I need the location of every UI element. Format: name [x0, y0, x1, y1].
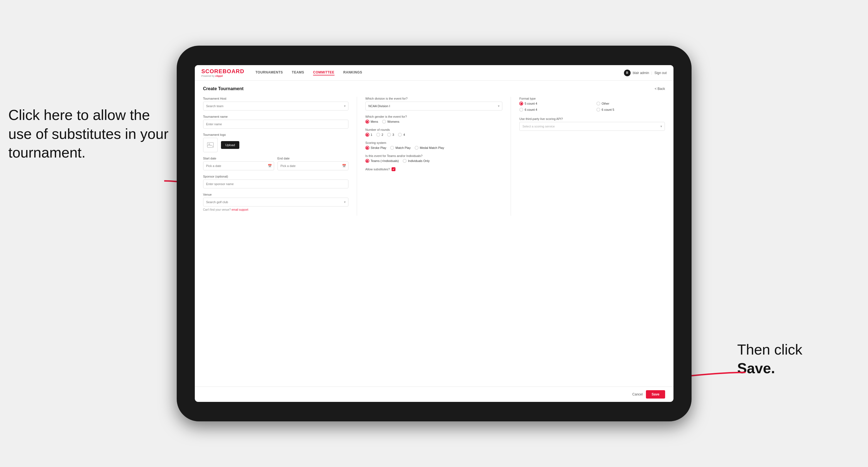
start-date-input[interactable]	[203, 161, 274, 170]
nav-teams[interactable]: TEAMS	[292, 70, 305, 75]
division-label: Which division is the event for?	[365, 97, 502, 100]
format-5count4-radio[interactable]	[519, 101, 523, 105]
gender-womens-option[interactable]: Womens	[382, 120, 399, 124]
format-6count4-radio[interactable]	[519, 108, 523, 112]
tournament-host-group: Tournament Host	[203, 97, 348, 111]
tablet-shell: SCOREBOARD Powered by clippd TOURNAMENTS…	[177, 45, 691, 422]
sponsor-label: Sponsor (optional)	[203, 175, 348, 178]
scoring-match-option[interactable]: Match Play	[390, 146, 410, 150]
venue-input[interactable]	[203, 197, 348, 207]
gender-mens-label: Mens	[371, 120, 378, 123]
gender-womens-radio[interactable]	[382, 120, 386, 124]
division-select[interactable]: NCAA Division I	[365, 101, 502, 111]
sponsor-input[interactable]	[203, 180, 348, 188]
start-date-label: Start date	[203, 157, 274, 160]
email-support-link[interactable]: email support	[231, 208, 248, 211]
scoring-group: Scoring system Stroke Play Match Play	[365, 141, 502, 150]
tournament-name-label: Tournament name	[203, 115, 348, 118]
format-group: Format type 5 count 4 Other	[519, 97, 665, 112]
format-6count5-radio[interactable]	[596, 108, 600, 112]
teams-individuals-radio[interactable]	[403, 159, 407, 163]
form-grid: Tournament Host Tournament name Tourname…	[203, 97, 665, 216]
calendar-icon-start: 📅	[268, 164, 272, 168]
venue-label: Venue	[203, 193, 348, 196]
nav-rankings[interactable]: RANKINGS	[343, 70, 362, 75]
nav-user-label: blair admin	[633, 71, 649, 75]
gender-mens-radio[interactable]	[365, 120, 369, 124]
rounds-radio-group: 1 2 3 4	[365, 133, 502, 137]
venue-help-text: Can't find your venue?	[203, 208, 231, 211]
tablet-screen: SCOREBOARD Powered by clippd TOURNAMENTS…	[195, 65, 674, 402]
format-6count4-option[interactable]: 6 count 4	[519, 108, 588, 112]
save-button[interactable]: Save	[646, 390, 665, 399]
annotation-left-text: Click here to allow the use of substitut…	[8, 107, 168, 161]
venue-group: Venue Can't find your venue? email suppo…	[203, 193, 348, 211]
cancel-button[interactable]: Cancel	[632, 393, 643, 396]
teams-label: Is this event for Teams and/or Individua…	[365, 154, 502, 158]
venue-help: Can't find your venue? email support	[203, 208, 348, 211]
tournament-host-select-wrapper	[203, 101, 348, 111]
teams-group: Is this event for Teams and/or Individua…	[365, 154, 502, 163]
format-other-option[interactable]: Other	[596, 101, 665, 105]
teams-plus-label: Teams (+Individuals)	[371, 159, 399, 162]
tournament-host-label: Tournament Host	[203, 97, 348, 100]
rounds-1-radio[interactable]	[365, 133, 369, 137]
gender-radio-group: Mens Womens	[365, 120, 502, 124]
rounds-4-radio[interactable]	[398, 133, 402, 137]
substitutes-checkbox[interactable]	[392, 167, 396, 171]
image-icon	[207, 142, 214, 148]
logo-powered-text: Powered by clippd	[202, 74, 244, 77]
scoring-stroke-radio[interactable]	[365, 146, 369, 150]
format-6count5-label: 6 count 5	[602, 108, 614, 111]
nav-avatar: B	[624, 69, 631, 76]
page-footer: Cancel Save	[195, 386, 674, 402]
rounds-label: Number of rounds	[365, 128, 502, 131]
back-button[interactable]: < Back	[655, 87, 665, 91]
scoring-medal-option[interactable]: Medal Match Play	[415, 146, 444, 150]
teams-radio-group: Teams (+Individuals) Individuals Only	[365, 159, 502, 163]
teams-plus-radio[interactable]	[365, 159, 369, 163]
rounds-2-option[interactable]: 2	[376, 133, 383, 137]
scoring-medal-radio[interactable]	[415, 146, 418, 150]
end-date-input[interactable]	[277, 161, 348, 170]
format-5count4-option[interactable]: 5 count 4	[519, 101, 588, 105]
rounds-4-option[interactable]: 4	[398, 133, 405, 137]
gender-group: Which gender is the event for? Mens Wome…	[365, 115, 502, 124]
format-5count4-label: 5 count 4	[525, 102, 537, 105]
teams-plus-option[interactable]: Teams (+Individuals)	[365, 159, 399, 163]
form-col-2: Which division is the event for? NCAA Di…	[357, 97, 511, 216]
division-group: Which division is the event for? NCAA Di…	[365, 97, 502, 111]
venue-select-wrapper	[203, 197, 348, 207]
tournament-host-input[interactable]	[203, 101, 348, 111]
page-content: Create Tournament < Back Tournament Host…	[195, 81, 674, 386]
annotation-right-text1: Then click	[737, 341, 802, 357]
format-6count5-option[interactable]: 6 count 5	[596, 108, 665, 112]
rounds-3-radio[interactable]	[387, 133, 391, 137]
scoring-stroke-option[interactable]: Stroke Play	[365, 146, 386, 150]
nav-right: B blair admin | Sign out	[624, 69, 667, 76]
sign-out-link[interactable]: Sign out	[654, 71, 666, 75]
scoring-api-select[interactable]: Select a scoring service	[519, 122, 665, 131]
tournament-name-group: Tournament name	[203, 115, 348, 129]
nav-tournaments[interactable]: TOURNAMENTS	[255, 70, 283, 75]
scoring-api-group: Use third-party live scoring API? Select…	[519, 117, 665, 131]
format-other-radio[interactable]	[596, 101, 600, 105]
start-date-wrapper: 📅	[203, 161, 274, 170]
tournament-name-input[interactable]	[203, 120, 348, 129]
svg-rect-2	[207, 143, 213, 148]
scoring-match-radio[interactable]	[390, 146, 394, 150]
rounds-2-label: 2	[381, 133, 383, 136]
format-label: Format type	[519, 97, 665, 100]
end-date-label: End date	[277, 157, 348, 160]
nav-committee[interactable]: COMMITTEE	[313, 70, 335, 75]
start-date-group: Start date 📅	[203, 157, 274, 170]
rounds-1-option[interactable]: 1	[365, 133, 372, 137]
teams-individuals-option[interactable]: Individuals Only	[403, 159, 430, 163]
annotation-left: Click here to allow the use of substitut…	[8, 106, 170, 162]
end-date-wrapper: 📅	[277, 161, 348, 170]
rounds-3-option[interactable]: 3	[387, 133, 394, 137]
rounds-2-radio[interactable]	[376, 133, 380, 137]
navbar: SCOREBOARD Powered by clippd TOURNAMENTS…	[195, 65, 674, 81]
upload-button[interactable]: Upload	[221, 141, 240, 149]
gender-mens-option[interactable]: Mens	[365, 120, 378, 124]
